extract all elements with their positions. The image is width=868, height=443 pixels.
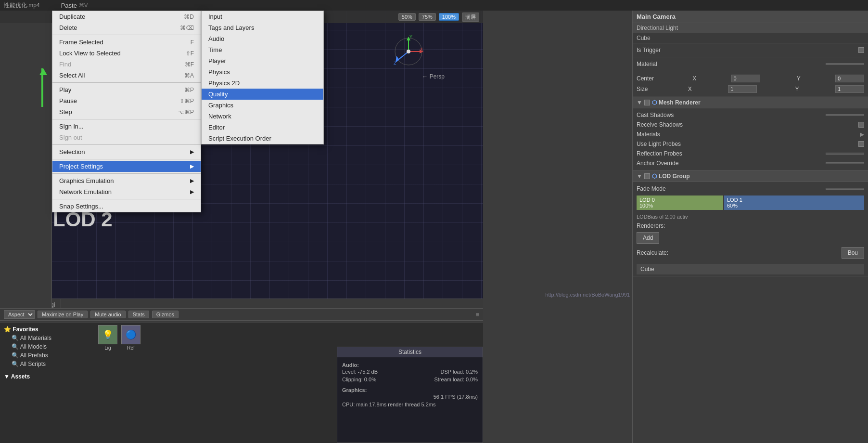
submenu-script-execution-order[interactable]: Script Execution Order (202, 133, 323, 144)
gizmos-button[interactable]: Gizmos (152, 311, 179, 318)
receive-shadows-label: Receive Shadows (637, 121, 683, 128)
submenu-time-label: Time (208, 46, 222, 53)
menu-sep-3 (52, 119, 201, 119)
center-x-input[interactable] (731, 75, 760, 82)
favorites-item[interactable]: ⭐ Favorites (2, 325, 94, 334)
menu-project-settings[interactable]: Project Settings ▶ (52, 161, 201, 172)
size-x-input[interactable] (728, 85, 757, 93)
menu-find: Find ⌘F (52, 59, 201, 70)
menu-frame-selected-label: Frame Selected (59, 39, 103, 46)
submenu-physics[interactable]: Physics (202, 66, 323, 78)
stats-graphics-label: Graphics: (342, 387, 478, 393)
center-section: Center X Y Size X Y (633, 71, 868, 97)
use-light-probes-checkbox[interactable] (858, 141, 864, 147)
viewport-50-button[interactable]: 50% (398, 13, 416, 21)
lod-group-enable-checkbox[interactable] (644, 173, 650, 179)
all-scripts-item[interactable]: 🔍 All Scripts (2, 360, 94, 368)
all-materials-item[interactable]: 🔍 All Materials (2, 334, 94, 342)
submenu-time[interactable]: Time (202, 44, 323, 55)
panel-options-icon[interactable]: ≡ (475, 311, 479, 318)
menu-graphics-emulation[interactable]: Graphics Emulation ▶ (52, 175, 201, 186)
reflection-probes-dropdown[interactable] (826, 153, 864, 155)
menu-sign-in[interactable]: Sign in... (52, 121, 201, 132)
menu-step[interactable]: Step ⌥⌘P (52, 106, 201, 117)
menu-lock-view[interactable]: Lock View to Selected ⇧F (52, 48, 201, 59)
lod1-bar[interactable]: LOD 1 60% (724, 195, 864, 210)
all-prefabs-item[interactable]: 🔍 All Prefabs (2, 351, 94, 360)
submenu-script-execution-order-label: Script Execution Order (208, 135, 271, 142)
receive-shadows-checkbox[interactable] (858, 122, 864, 128)
paste-label[interactable]: Paste (61, 2, 77, 9)
submenu-tags-and-layers[interactable]: Tags and Layers (202, 22, 323, 33)
main-camera-item[interactable]: Main Camera (637, 13, 676, 20)
materials-row: Materials ▶ (637, 130, 864, 139)
materials-expand-icon[interactable]: ▶ (860, 131, 864, 138)
mesh-renderer-expand-icon[interactable]: ▼ (637, 99, 642, 106)
stats-audio-label: Audio: (342, 362, 478, 368)
lod1-label: LOD 1 (727, 197, 864, 203)
viewport-75-button[interactable]: 75% (419, 13, 436, 21)
menu-pause[interactable]: Pause ⇧⌘P (52, 95, 201, 106)
size-y-input[interactable] (835, 85, 864, 93)
stats-stream: Stream load: 0.0% (434, 377, 478, 382)
maximize-on-play-button[interactable]: Maximize on Play (38, 311, 88, 318)
menu-select-all[interactable]: Select All ⌘A (52, 70, 201, 81)
stats-dsp: DSP load: 0.2% (441, 369, 478, 375)
menu-snap-settings[interactable]: Snap Settings... (52, 201, 201, 212)
mesh-renderer-icon: ⬡ (652, 99, 657, 106)
mesh-renderer-header: ▼ ⬡ Mesh Renderer (633, 97, 868, 108)
cube-hierarchy-item[interactable]: Cube (633, 33, 868, 43)
center-y-label: Y (797, 75, 801, 82)
stats-button[interactable]: Stats (128, 311, 149, 318)
menu-play[interactable]: Play ⌘P (52, 84, 201, 95)
submenu-quality[interactable]: Quality (202, 89, 323, 100)
is-trigger-checkbox[interactable] (858, 47, 864, 53)
submenu-graphics[interactable]: Graphics (202, 100, 323, 111)
lod0-bar[interactable]: LOD 0 100% (637, 195, 723, 210)
menu-delete[interactable]: Delete ⌘⌫ (52, 22, 201, 33)
submenu-physics-2d[interactable]: Physics 2D (202, 78, 323, 89)
recalculate-row: Recalculate: Bou (637, 246, 864, 260)
svg-text:X: X (420, 47, 423, 52)
fade-mode-label: Fade Mode (637, 185, 666, 192)
submenu-audio-label: Audio (208, 35, 224, 42)
y-axis-arrowhead (39, 68, 47, 75)
menu-duplicate-label: Duplicate (59, 13, 85, 20)
submenu-network[interactable]: Network (202, 111, 323, 122)
material-section: Material (633, 57, 868, 71)
size-label: Size (637, 86, 648, 92)
ref-asset[interactable]: 🔵 Ref (121, 325, 140, 351)
cast-shadows-dropdown[interactable] (826, 114, 864, 116)
lig-asset[interactable]: 💡 Lig (98, 325, 117, 351)
aspect-select[interactable]: Aspect (4, 310, 35, 319)
add-renderer-button[interactable]: Add (637, 232, 659, 244)
menu-network-emulation[interactable]: Network Emulation ▶ (52, 186, 201, 197)
material-dropdown[interactable] (826, 63, 864, 65)
bou-button[interactable]: Bou (842, 247, 864, 259)
submenu-player[interactable]: Player (202, 55, 323, 66)
submenu-input[interactable]: Input (202, 11, 323, 22)
stats-fps-row: 56.1 FPS (17.8ms) (342, 393, 478, 401)
menu-delete-label: Delete (59, 24, 77, 31)
lod-group-expand-icon[interactable]: ▼ (637, 173, 642, 180)
viewport-100-button[interactable]: 100% (439, 13, 459, 21)
directional-light-item[interactable]: Directional Light (633, 23, 868, 33)
fade-mode-dropdown[interactable] (826, 188, 864, 190)
anchor-override-row: Anchor Override (637, 158, 864, 168)
menu-duplicate[interactable]: Duplicate ⌘D (52, 11, 201, 22)
center-y-input[interactable] (835, 75, 864, 82)
menu-selection[interactable]: Selection ▶ (52, 146, 201, 157)
mute-audio-button[interactable]: Mute audio (90, 311, 125, 318)
anchor-override-dropdown[interactable] (826, 162, 864, 164)
menu-graphics-emulation-label: Graphics Emulation (59, 177, 114, 184)
mesh-renderer-enable-checkbox[interactable] (644, 100, 650, 105)
submenu-player-label: Player (208, 57, 226, 65)
submenu-audio[interactable]: Audio (202, 33, 323, 44)
menu-frame-selected[interactable]: Frame Selected F (52, 37, 201, 48)
all-models-item[interactable]: 🔍 All Models (2, 342, 94, 351)
assets-tree-item[interactable]: ▼ Assets (2, 372, 94, 381)
submenu-editor[interactable]: Editor (202, 122, 323, 133)
viewport-fullscreen-button[interactable]: 满屏 (462, 13, 479, 22)
axis-widget: Y X Z (392, 35, 425, 68)
cube-bottom-label: Cube (637, 264, 864, 274)
